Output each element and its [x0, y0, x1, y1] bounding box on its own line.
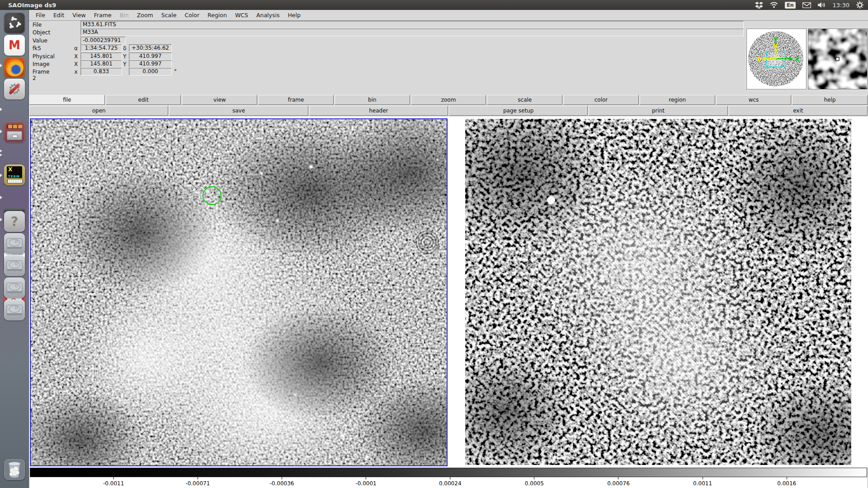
- value-field[interactable]: -0.000239791: [80, 37, 126, 44]
- volume-icon[interactable]: [818, 2, 826, 8]
- panner[interactable]: Y X N E: [746, 28, 807, 89]
- running-indicator: [0, 174, 2, 177]
- frame-2-image[interactable]: [465, 119, 851, 465]
- xterm-icon[interactable]: X TERM: [4, 164, 25, 185]
- menu-color[interactable]: Color: [180, 10, 203, 20]
- open-button[interactable]: open: [29, 106, 168, 116]
- region-circle-marker[interactable]: [203, 186, 222, 205]
- color-button[interactable]: color: [563, 95, 639, 105]
- menu-scale[interactable]: Scale: [157, 10, 181, 20]
- session-gear-icon[interactable]: [856, 1, 863, 9]
- physical-x-label: X: [73, 53, 79, 60]
- scale-button[interactable]: scale: [487, 95, 562, 105]
- edit-button[interactable]: edit: [106, 95, 181, 105]
- frame-zoom-field[interactable]: 0.833: [80, 68, 122, 75]
- menu-analysis[interactable]: Analysis: [252, 10, 284, 20]
- running-indicator: [0, 130, 2, 133]
- frame-label: Frame 2: [33, 69, 49, 81]
- wcs-button[interactable]: wcs: [716, 95, 792, 105]
- menu-frame[interactable]: Frame: [90, 10, 116, 20]
- colorbar-tick: 0.00076: [607, 480, 630, 487]
- file-field[interactable]: M33.61.FITS: [80, 21, 744, 28]
- colorbar-tick: 0.0011: [693, 480, 712, 487]
- wcs-system-label: fk5: [33, 45, 41, 52]
- physical-y-label: Y: [122, 53, 128, 60]
- menu-region[interactable]: Region: [203, 10, 231, 20]
- ds9-window: File Edit View Frame Bin Zoom Scale Colo…: [29, 10, 868, 488]
- window-title: SAOImage ds9: [8, 2, 56, 9]
- running-indicator: [0, 154, 2, 156]
- object-field[interactable]: M33A: [80, 28, 744, 36]
- menu-zoom[interactable]: Zoom: [133, 10, 157, 20]
- frame-zoom-label: x: [73, 69, 79, 75]
- unity-launcher: M ⚙ X TERM >_ 24-bit: [0, 10, 29, 488]
- help-icon[interactable]: ?: [4, 211, 25, 232]
- delta-label: δ: [122, 45, 128, 52]
- panner-e-label: E: [757, 56, 761, 62]
- menu-wcs[interactable]: WCS: [231, 10, 252, 20]
- disk-drive-icon[interactable]: [4, 300, 25, 320]
- keyboard-layout-indicator[interactable]: En: [785, 2, 795, 9]
- system-settings-icon[interactable]: ⚙: [4, 79, 25, 99]
- disk-drive-icon[interactable]: [4, 233, 25, 254]
- running-indicator: [0, 64, 2, 67]
- menu-edit[interactable]: Edit: [49, 10, 68, 20]
- menu-file[interactable]: File: [32, 10, 49, 20]
- save-button[interactable]: save: [169, 106, 308, 116]
- toolbar-categories: file edit view frame bin zoom scale colo…: [29, 95, 868, 105]
- menu-view[interactable]: View: [68, 10, 90, 20]
- help-button[interactable]: help: [792, 95, 868, 105]
- ra-field[interactable]: 1:34:54.725: [80, 44, 122, 52]
- image-x-label: X: [73, 61, 79, 67]
- gmail-icon[interactable]: M: [4, 35, 25, 56]
- file-button[interactable]: file: [29, 95, 105, 105]
- magnifier[interactable]: [808, 28, 868, 89]
- trash-icon[interactable]: [4, 459, 25, 480]
- colorbar-tick: 0.00024: [439, 480, 462, 487]
- toolbar-actions: open save header page setup print exit: [29, 106, 868, 116]
- firefox-icon[interactable]: [4, 57, 25, 78]
- disk-drive-icon[interactable]: [4, 277, 25, 298]
- mail-icon[interactable]: [802, 2, 811, 8]
- menu-help[interactable]: Help: [283, 10, 305, 20]
- colorbar-tick: -0.00071: [185, 480, 210, 487]
- image-x-field[interactable]: 145.801: [80, 60, 122, 68]
- panner-x-label: X: [795, 56, 799, 62]
- running-indicator: [0, 218, 2, 221]
- dropbox-icon[interactable]: [755, 1, 763, 9]
- physical-y-field[interactable]: 410.997: [129, 52, 172, 60]
- zoom-button[interactable]: zoom: [411, 95, 486, 105]
- ubuntu-dash-icon[interactable]: [4, 13, 25, 33]
- print-button[interactable]: print: [589, 106, 727, 116]
- disk-drive-icon[interactable]: [4, 255, 25, 276]
- clock[interactable]: 13:30: [833, 2, 849, 9]
- colorbar[interactable]: [30, 468, 867, 477]
- region-button[interactable]: region: [640, 95, 715, 105]
- image-y-field[interactable]: 410.997: [129, 60, 172, 68]
- wifi-icon[interactable]: [770, 2, 778, 8]
- bin-button[interactable]: bin: [335, 95, 410, 105]
- header-button[interactable]: header: [309, 106, 448, 116]
- dec-field[interactable]: +30:35:46.62: [129, 44, 172, 52]
- physical-label: Physical: [33, 53, 55, 60]
- running-indicator: [0, 196, 2, 199]
- system-top-bar: SAOImage ds9 En: [0, 0, 868, 10]
- image-y-label: Y: [122, 61, 128, 67]
- display-canvas: [29, 117, 868, 468]
- page-setup-button[interactable]: page setup: [449, 106, 588, 116]
- file-cabinet-icon[interactable]: [4, 122, 25, 142]
- frame-rotation-field[interactable]: 0.000: [129, 68, 172, 75]
- panner-y-label: Y: [773, 37, 778, 43]
- colorbar-tick: 0.0016: [777, 480, 796, 487]
- colorbar-tick: -0.0001: [355, 480, 376, 487]
- frame-button[interactable]: frame: [258, 95, 334, 105]
- running-indicator: [0, 108, 2, 111]
- colorbar-tick: -0.00036: [269, 480, 294, 487]
- object-label: Object: [33, 29, 50, 36]
- view-button[interactable]: view: [182, 95, 257, 105]
- colorbar-scale: -0.0011 -0.00071 -0.00036 -0.0001 0.0002…: [30, 477, 867, 488]
- frame-1-image[interactable]: [30, 118, 448, 466]
- menu-bar: File Edit View Frame Bin Zoom Scale Colo…: [29, 10, 868, 21]
- physical-x-field[interactable]: 145.801: [80, 52, 122, 60]
- exit-button[interactable]: exit: [729, 106, 868, 116]
